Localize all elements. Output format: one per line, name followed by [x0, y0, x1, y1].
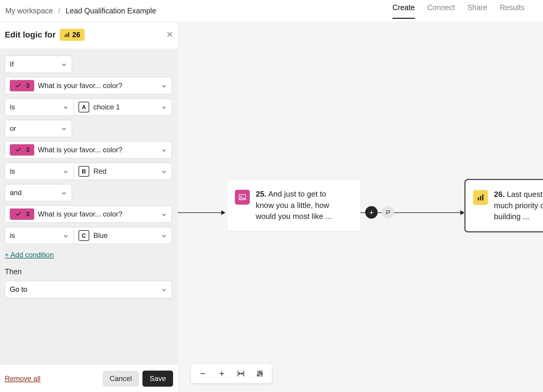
- question-number: 3: [26, 146, 29, 154]
- combiner-select[interactable]: and: [5, 184, 72, 201]
- choice-letter: C: [79, 230, 89, 241]
- sliders-icon: [256, 370, 264, 377]
- chevron-down-icon: [61, 126, 67, 131]
- combiner-select[interactable]: or: [5, 120, 72, 137]
- choice-letter: B: [79, 166, 89, 177]
- chevron-down-icon: [161, 286, 167, 292]
- svg-rect-5: [478, 197, 479, 200]
- question-type-badge: 3: [10, 208, 34, 220]
- value-select[interactable]: B Red: [74, 163, 172, 180]
- combiner-label: or: [10, 124, 16, 133]
- card-number: 25.: [256, 189, 266, 198]
- operator-label: is: [10, 103, 15, 111]
- tab-results[interactable]: Results: [500, 3, 525, 19]
- chevron-down-icon: [161, 104, 167, 110]
- close-button[interactable]: ✕: [166, 31, 173, 39]
- combiner-label: and: [10, 189, 22, 197]
- add-condition-link[interactable]: + Add condition: [5, 251, 54, 259]
- operator-label: is: [10, 167, 15, 175]
- tab-create[interactable]: Create: [393, 3, 415, 19]
- chevron-down-icon: [161, 168, 167, 174]
- connector-line: [378, 212, 382, 213]
- check-icon: [15, 211, 22, 217]
- breadcrumb-workspace[interactable]: My workspace: [5, 7, 53, 15]
- question-text: What is your favor... color?: [38, 146, 122, 154]
- value-select[interactable]: C Blue: [74, 227, 172, 244]
- chevron-down-icon: [161, 147, 167, 153]
- card-number: 26.: [494, 190, 505, 199]
- chevron-down-icon: [63, 233, 69, 239]
- sidebar-footer: Remove all Cancel Save: [0, 365, 178, 392]
- chevron-down-icon: [63, 168, 69, 174]
- operator-select[interactable]: is: [5, 98, 74, 116]
- chevron-down-icon: [161, 211, 167, 217]
- breadcrumb-project[interactable]: Lead Qualification Example: [66, 7, 156, 15]
- chevron-down-icon: [61, 61, 67, 67]
- main-tabs: Create Connect Share Results: [393, 3, 525, 19]
- connector-line: [178, 212, 222, 213]
- zoom-in-button[interactable]: +: [212, 364, 231, 383]
- fit-width-icon: [237, 370, 245, 377]
- branch-icon: [385, 209, 391, 216]
- question-number: 3: [26, 210, 29, 218]
- chevron-down-icon: [161, 233, 167, 239]
- svg-rect-2: [68, 32, 69, 37]
- go-to-select[interactable]: Go to: [5, 281, 172, 298]
- question-text: What is your favor... color?: [38, 210, 122, 218]
- arrow-head-icon: [221, 210, 225, 215]
- chevron-down-icon: [161, 83, 167, 89]
- fit-width-button[interactable]: [231, 364, 250, 383]
- logic-sidebar: Edit logic for 26 ✕ If 3 What is your fa…: [0, 22, 178, 392]
- branch-button[interactable]: [382, 206, 394, 219]
- sidebar-header: Edit logic for 26 ✕: [0, 22, 178, 48]
- question-card-25[interactable]: 25. And just to get to know you a little…: [227, 180, 360, 231]
- svg-point-4: [241, 196, 242, 197]
- question-type-badge: 3: [10, 80, 34, 91]
- zoom-out-button[interactable]: −: [193, 364, 212, 383]
- connector-line: [394, 212, 462, 213]
- condition-question-select[interactable]: 3 What is your favor... color?: [5, 141, 172, 159]
- cancel-button[interactable]: Cancel: [103, 371, 139, 387]
- condition-question-select[interactable]: 3 What is your favor... color?: [5, 77, 172, 94]
- opinion-scale-icon: [473, 190, 488, 205]
- if-select[interactable]: If: [5, 56, 72, 73]
- header: My workspace / Lead Qualification Exampl…: [0, 0, 543, 22]
- chevron-down-icon: [61, 190, 67, 196]
- check-icon: [15, 147, 22, 153]
- value-select[interactable]: A choice 1: [74, 98, 172, 116]
- picture-choice-icon: [235, 190, 250, 205]
- card-text: 25. And just to get to know you a little…: [256, 189, 336, 222]
- arrow-head-icon: [460, 210, 464, 215]
- question-number: 3: [26, 82, 29, 90]
- logic-canvas[interactable]: 25. And just to get to know you a little…: [178, 22, 543, 392]
- choice-value: Blue: [93, 231, 108, 240]
- choice-value: choice 1: [93, 103, 120, 111]
- chevron-down-icon: [63, 104, 69, 110]
- tab-share[interactable]: Share: [467, 3, 487, 19]
- operator-select[interactable]: is: [5, 227, 74, 244]
- svg-point-8: [257, 374, 259, 376]
- zoom-toolbar: − +: [191, 364, 272, 383]
- add-node-button[interactable]: +: [365, 206, 378, 219]
- question-card-26[interactable]: 26. Last question — how much priority do…: [464, 179, 543, 232]
- svg-point-10: [261, 373, 263, 375]
- if-label: If: [10, 60, 14, 68]
- card-text: 26. Last question — how much priority do…: [494, 189, 543, 222]
- svg-rect-7: [482, 194, 483, 200]
- sidebar-title: Edit logic for: [5, 30, 56, 40]
- breadcrumb: My workspace / Lead Qualification Exampl…: [5, 7, 156, 15]
- save-button[interactable]: Save: [142, 371, 173, 387]
- operator-select[interactable]: is: [5, 163, 74, 180]
- remove-all-link[interactable]: Remove all: [5, 374, 40, 383]
- logic-body: If 3 What is your favor... color? is A c…: [0, 48, 178, 365]
- breadcrumb-separator: /: [58, 7, 60, 15]
- bar-chart-icon: [64, 32, 70, 38]
- go-to-label: Go to: [10, 285, 27, 294]
- settings-button[interactable]: [250, 364, 269, 383]
- tab-connect[interactable]: Connect: [427, 3, 455, 19]
- check-icon: [15, 83, 22, 89]
- svg-rect-1: [66, 34, 67, 37]
- condition-question-select[interactable]: 3 What is your favor... color?: [5, 206, 172, 223]
- question-badge: 26: [60, 29, 84, 41]
- svg-rect-0: [65, 35, 66, 37]
